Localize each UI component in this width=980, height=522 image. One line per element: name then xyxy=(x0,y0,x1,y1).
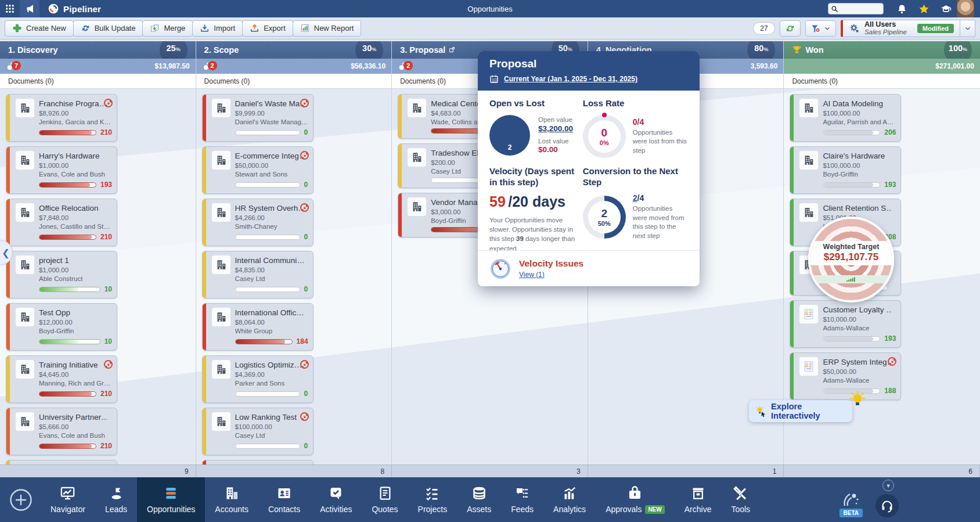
opportunity-card[interactable]: E-commerce Integ… $50,000.00 Stewart and… xyxy=(202,146,314,194)
explore-interactively-button[interactable]: Explore Interactively xyxy=(749,400,852,422)
opportunity-card[interactable]: Office Relocation $7,848.00 Jones, Casti… xyxy=(6,199,117,246)
velocity-note: Your Opportunities move slower. Opportun… xyxy=(489,215,583,253)
pipeline-selector[interactable]: All Users Sales Pipeline Modified xyxy=(841,20,960,37)
merge-button[interactable]: Merge xyxy=(142,20,193,37)
add-button[interactable] xyxy=(9,488,33,512)
building-icon xyxy=(802,102,815,114)
nav-label: Leads xyxy=(105,505,127,514)
nav-item-contacts[interactable]: Contacts xyxy=(258,477,310,522)
opportunity-card[interactable]: Daniel's Waste Ma… $9,999.00 Daniel's Wa… xyxy=(202,94,314,142)
open-value-link[interactable]: $3,200.00 xyxy=(538,124,573,133)
view-filter-button[interactable] xyxy=(805,20,836,37)
weighted-target-widget[interactable]: Weighted Target $291,107.75 xyxy=(808,217,894,303)
nav-item-leads[interactable]: Leads xyxy=(95,477,137,522)
opportunity-card[interactable]: Logistics Optimiz… $4,369.00 Parker and … xyxy=(202,355,314,403)
learning-button[interactable] xyxy=(935,0,957,17)
opportunity-card[interactable]: University Partner… $5,666.00 Evans, Col… xyxy=(6,408,117,455)
plus-icon xyxy=(12,23,22,33)
voyager-beta-button[interactable]: BETA xyxy=(840,492,863,517)
card-account: Casey Ltd xyxy=(235,432,297,439)
card-title: Claire's Hardware xyxy=(823,151,885,160)
nav-item-navigator[interactable]: Navigator xyxy=(41,477,95,522)
pipeline-dropdown-button[interactable] xyxy=(960,20,975,37)
opportunity-card[interactable]: Claire's Hardware $100,000.00 Boyd-Griff… xyxy=(790,146,901,194)
nav-item-archive[interactable]: Archive xyxy=(675,477,722,522)
opportunity-card[interactable]: Internal Communi… $4,835.00 Casey Ltd 0 xyxy=(202,251,314,298)
refresh-button[interactable] xyxy=(780,20,801,37)
trophy-icon xyxy=(792,45,802,55)
building-icon xyxy=(215,206,228,219)
popup-period-row[interactable]: Current Year (Jan 1, 2025 - Dec 31, 2025… xyxy=(489,74,688,84)
apps-grid-icon[interactable] xyxy=(0,0,20,17)
open-pie: 2 xyxy=(489,115,530,156)
nav-item-projects[interactable]: Projects xyxy=(408,477,457,522)
card-title: Client Retention S… xyxy=(823,203,891,213)
card-account: Able Construct xyxy=(39,275,82,282)
column-title: 3. Proposal xyxy=(400,45,445,55)
opportunity-card[interactable]: AI Data Modeling $100,000.00 Aguilar, Pa… xyxy=(790,94,901,142)
new-report-button[interactable]: New Report xyxy=(293,20,362,37)
nav-item-tools[interactable]: Tools xyxy=(721,477,760,522)
opportunity-card[interactable]: Test Opp $12,000.00 Boyd-Griffin 10 xyxy=(6,303,117,351)
opportunity-card[interactable]: Warehouse Setup $5,710.00 Bullock-Mclaug… xyxy=(6,460,117,465)
nav-item-assets[interactable]: Assets xyxy=(457,477,501,522)
create-new-button[interactable]: Create New xyxy=(5,20,74,37)
nav-item-quotes[interactable]: Quotes xyxy=(362,477,408,522)
megaphone-icon xyxy=(24,3,35,14)
nav-label: Activities xyxy=(320,505,352,514)
bulk-update-button[interactable]: Bulk Update xyxy=(73,20,143,37)
velocity-count-badge: 7 xyxy=(12,61,21,70)
opportunity-card[interactable]: Product Launch $6,254.00 Johnson-Lin xyxy=(202,460,314,465)
card-status-strip xyxy=(203,356,206,402)
card-metric: 210 xyxy=(100,390,112,398)
card-progress-bar xyxy=(235,235,300,240)
column-header[interactable]: 1. Discovery 25% xyxy=(0,41,196,59)
nav-item-accounts[interactable]: Accounts xyxy=(205,477,258,522)
favorites-button[interactable] xyxy=(913,0,935,17)
collapse-nav-button[interactable]: ▾ xyxy=(882,480,894,491)
opportunity-card[interactable]: Harry's Hardware $1,000.00 Evans, Cole a… xyxy=(6,146,117,194)
nav-item-feeds[interactable]: Feeds xyxy=(501,477,543,522)
building-icon xyxy=(215,311,228,323)
card-metric: 184 xyxy=(297,337,308,345)
announcements-button[interactable] xyxy=(20,0,39,17)
support-button[interactable] xyxy=(875,494,899,517)
column-documents[interactable]: Documents (0) xyxy=(196,74,392,89)
card-progress-bar xyxy=(39,235,96,240)
opportunity-card[interactable]: Customer Loyalty … $10,000.00 Adams-Wall… xyxy=(790,300,901,348)
nav-item-approvals[interactable]: ApprovalsNEW xyxy=(596,477,675,522)
column-percent-badge: 25% xyxy=(160,41,188,59)
column-documents[interactable]: Documents (0) xyxy=(784,74,980,89)
opportunity-card[interactable]: Low Ranking Test $100,000.00 Casey Ltd 0 xyxy=(202,408,314,455)
column-documents[interactable]: Documents (0) xyxy=(0,74,196,89)
notifications-button[interactable] xyxy=(891,0,913,17)
app-logo[interactable]: Pipeliner xyxy=(48,3,101,15)
popup-period-link[interactable]: Current Year (Jan 1, 2025 - Dec 31, 2025… xyxy=(504,75,637,83)
card-status-strip xyxy=(203,147,206,193)
column-header[interactable]: 2. Scope 30% xyxy=(196,41,392,59)
opportunity-card[interactable]: International Offic… $8,064.00 White Gro… xyxy=(202,303,314,351)
opportunity-card[interactable]: project 1 $1,000.00 Able Construct 10 xyxy=(6,251,117,298)
opportunity-card[interactable]: Training Initiative $4,645.00 Manning, R… xyxy=(6,355,117,403)
opportunity-card[interactable]: HR System Overh… $4,266.00 Smith-Chaney … xyxy=(202,199,314,246)
building-icon xyxy=(410,151,423,164)
nav-item-opportunities[interactable]: Opportunities xyxy=(137,477,205,522)
card-value: $50,000.00 xyxy=(823,368,891,375)
card-account: Jenkins, Garcia and K… xyxy=(39,118,111,125)
card-metric: 210 xyxy=(100,128,112,136)
button-label: Merge xyxy=(164,24,185,33)
export-button[interactable]: Export xyxy=(242,20,293,37)
velocity-issues-view-link[interactable]: View (1) xyxy=(519,271,545,279)
column-header[interactable]: Won 100% xyxy=(784,41,980,59)
opportunity-card[interactable]: ERP System Integ… $50,000.00 Adams-Walla… xyxy=(790,352,901,400)
opportunity-card[interactable]: Franchise Progra… $8,926.00 Jenkins, Gar… xyxy=(6,94,117,142)
nav-item-activities[interactable]: Activities xyxy=(310,477,362,522)
user-avatar[interactable] xyxy=(957,0,974,17)
search-box[interactable] xyxy=(828,3,884,15)
accounts-icon xyxy=(224,485,240,501)
search-input[interactable] xyxy=(838,5,879,12)
import-button[interactable]: Import xyxy=(192,20,243,37)
opps-icon xyxy=(163,485,179,501)
card-account: White Group xyxy=(235,327,304,334)
nav-item-analytics[interactable]: Analytics xyxy=(543,477,596,522)
